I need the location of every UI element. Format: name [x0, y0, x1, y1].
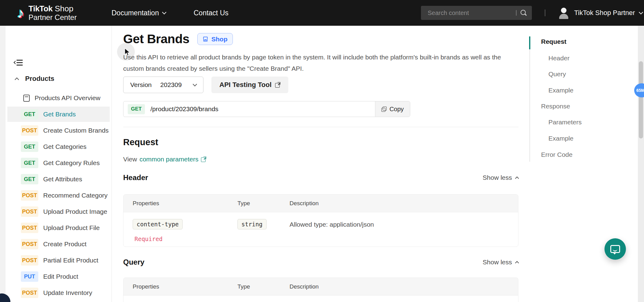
toc-active-indicator	[529, 36, 530, 49]
page: ♪ TikTok Shop Partner Center Documentati…	[0, 0, 644, 302]
method-badge: POST	[21, 190, 38, 201]
copy-icon	[381, 107, 387, 112]
sidebar-item-create-product[interactable]: POST Create Product	[7, 236, 110, 252]
store-icon	[203, 36, 208, 42]
column-type: Type	[237, 278, 250, 296]
chat-icon	[610, 245, 620, 253]
sidebar-item-get-categories[interactable]: GET Get Categories	[7, 139, 110, 154]
search-box[interactable]	[421, 6, 532, 20]
request-heading: Request	[123, 137, 158, 147]
toc-rail	[529, 36, 530, 162]
method-badge: GET	[21, 158, 38, 168]
method-badge: POST	[21, 223, 38, 233]
view-common-parameters: View common parameters	[123, 156, 206, 163]
sidebar-item-update-inventory[interactable]: POST Update Inventory	[7, 285, 110, 300]
version-select[interactable]: Version 202309	[123, 77, 203, 93]
navbar-separator	[545, 9, 545, 16]
description-cell: Allowed type: application/json	[290, 221, 374, 228]
sidebar-item-upload-product-file[interactable]: POST Upload Product File	[7, 220, 110, 236]
query-parameters-table: Properties Type Description	[123, 277, 518, 302]
page-title: Get Brands	[123, 32, 189, 46]
external-link-icon	[275, 82, 280, 88]
toc-item-example[interactable]: Example	[548, 87, 574, 94]
scrollbar-thumb[interactable]	[639, 61, 643, 138]
tiktok-note-icon: ♪	[17, 3, 24, 23]
sidebar-item-create-custom-brands[interactable]: POST Create Custom Brands	[7, 123, 110, 138]
account-menu[interactable]: TikTok Shop Partner	[558, 0, 642, 26]
brand-primary: TikTok	[28, 4, 52, 13]
chat-button[interactable]	[604, 238, 626, 260]
mouse-cursor	[124, 48, 131, 56]
method-badge: POST	[21, 125, 38, 136]
sidebar-item-get-category-rules[interactable]: GET Get Category Rules	[7, 155, 110, 171]
main-content: Get Brands Shop Use this API to retrieve…	[123, 26, 518, 302]
method-badge: POST	[21, 206, 38, 217]
header-section-heading: Header	[123, 173, 148, 182]
brand-secondary: Shop	[55, 4, 74, 13]
method-badge: PUT	[21, 271, 38, 282]
method-badge: POST	[21, 255, 38, 266]
header-parameters-table: Properties Type Description content-type…	[123, 194, 518, 247]
sidebar-item-upload-product-image[interactable]: POST Upload Product Image	[7, 204, 110, 219]
chevron-down-icon	[193, 82, 197, 86]
external-link-icon	[201, 157, 206, 162]
endpoint-path: /product/202309/brands	[150, 105, 218, 113]
sidebar-item-edit-product[interactable]: PUT Edit Product	[7, 269, 110, 284]
nav-contact-us[interactable]: Contact Us	[194, 0, 229, 26]
toc-item-request[interactable]: Request	[541, 38, 566, 45]
table-header-row: Properties Type Description	[123, 194, 518, 212]
required-flag: Required	[134, 236, 163, 242]
sidebar-item-recommend-category[interactable]: POST Recommend Category	[7, 188, 110, 203]
toc-item-parameters[interactable]: Parameters	[548, 119, 582, 126]
column-properties: Properties	[133, 278, 159, 296]
api-description: Use this API to retrieve all product bra…	[123, 51, 509, 74]
top-navbar: ♪ TikTok Shop Partner Center Documentati…	[0, 0, 644, 26]
sidebar-item-products-api-overview[interactable]: Products API Overview	[23, 91, 100, 105]
table-of-contents: Request Header Query Example Response Pa…	[521, 26, 637, 302]
search-input[interactable]	[421, 9, 516, 17]
api-testing-tool-button[interactable]: API Testing Tool	[211, 77, 288, 93]
method-badge: GET	[128, 104, 145, 114]
copy-button[interactable]: Copy	[375, 101, 410, 117]
avatar	[558, 7, 570, 19]
chevron-up-icon	[515, 176, 519, 180]
shop-tag: Shop	[197, 33, 233, 45]
sidebar-item-get-brands[interactable]: GET Get Brands	[7, 107, 110, 122]
brand-line2: Partner Center	[28, 13, 77, 22]
method-badge: GET	[21, 109, 38, 119]
method-badge: GET	[21, 174, 38, 184]
chevron-down-icon	[162, 10, 166, 14]
column-type: Type	[237, 194, 250, 212]
document-icon	[23, 95, 30, 102]
sidebar-gutter	[0, 26, 6, 302]
query-show-less-toggle[interactable]: Show less	[483, 259, 518, 266]
toc-item-query[interactable]: Query	[548, 70, 566, 78]
common-parameters-link[interactable]: common parameters	[139, 156, 199, 163]
toc-item-header[interactable]: Header	[548, 55, 570, 62]
type-chip: string	[237, 219, 267, 229]
sidebar-item-partial-edit-product[interactable]: POST Partial Edit Product	[7, 253, 110, 268]
method-badge: POST	[21, 239, 38, 249]
table-header-row: Properties Type Description	[123, 278, 518, 296]
toc-item-error-code[interactable]: Error Code	[541, 151, 573, 158]
property-chip: content-type	[133, 219, 183, 229]
chevron-down-icon	[638, 10, 643, 14]
nav-documentation[interactable]: Documentation	[112, 0, 166, 26]
header-show-less-toggle[interactable]: Show less	[483, 174, 518, 181]
toc-item-response[interactable]: Response	[541, 103, 570, 110]
collapse-sidebar-icon[interactable]	[14, 59, 23, 66]
column-description: Description	[290, 278, 319, 296]
query-section-heading: Query	[123, 258, 144, 266]
sidebar: Products Products API Overview GET Get B…	[0, 26, 112, 302]
search-divider	[516, 10, 517, 16]
sidebar-item-get-attributes[interactable]: GET Get Attributes	[7, 172, 110, 187]
brand-logo[interactable]: ♪ TikTok Shop Partner Center	[17, 3, 77, 23]
column-properties: Properties	[133, 194, 159, 212]
toc-item-example-2[interactable]: Example	[548, 135, 574, 142]
search-icon[interactable]	[520, 9, 527, 16]
sidebar-section-products[interactable]: Products	[15, 75, 54, 83]
account-label: TikTok Shop Partner	[574, 9, 635, 17]
endpoint-bar: GET /product/202309/brands Copy	[123, 101, 410, 117]
method-badge: GET	[21, 142, 38, 152]
method-badge: POST	[21, 288, 38, 298]
